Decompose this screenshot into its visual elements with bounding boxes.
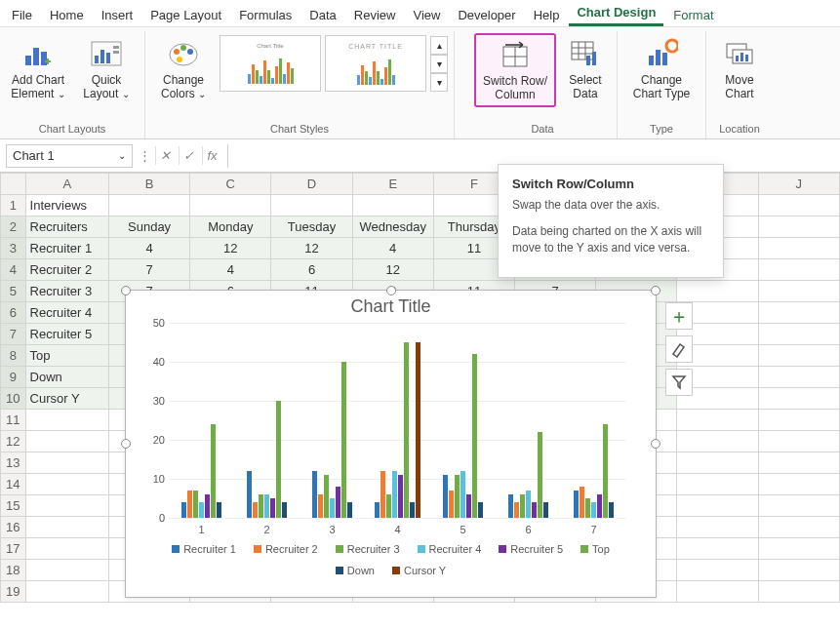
resize-handle[interactable] xyxy=(121,286,131,295)
tab-home[interactable]: Home xyxy=(42,4,92,26)
add-chart-element-button[interactable]: Add Chart Element ⌄ xyxy=(6,33,70,105)
resize-handle[interactable] xyxy=(651,439,660,449)
cell[interactable] xyxy=(677,281,758,302)
cell[interactable] xyxy=(25,517,108,538)
chart-style-thumb-1[interactable]: Chart Title xyxy=(220,35,321,92)
cell[interactable] xyxy=(758,495,839,517)
cell[interactable]: 12 xyxy=(190,238,271,259)
tab-page-layout[interactable]: Page Layout xyxy=(142,4,229,26)
cell[interactable] xyxy=(25,474,108,495)
gallery-down-button[interactable]: ▾ xyxy=(430,55,448,73)
cell[interactable]: Monday xyxy=(190,216,271,238)
tab-review[interactable]: Review xyxy=(346,4,404,26)
cell[interactable] xyxy=(758,238,839,259)
cell[interactable]: 6 xyxy=(271,259,352,281)
cell[interactable]: Recruiter 3 xyxy=(25,281,108,302)
cell[interactable]: Wednesday xyxy=(352,216,433,238)
row-header[interactable]: 16 xyxy=(1,517,26,538)
cell[interactable]: Tuesday xyxy=(271,216,352,238)
gallery-more-button[interactable]: ▾ xyxy=(430,73,448,92)
col-header-e[interactable]: E xyxy=(352,174,433,195)
tab-view[interactable]: View xyxy=(405,4,448,26)
cell[interactable] xyxy=(758,195,839,216)
cell[interactable]: Recruiter 4 xyxy=(25,302,108,324)
cell[interactable]: Interviews xyxy=(25,195,108,216)
cancel-formula-button[interactable]: ✕ xyxy=(155,146,175,165)
row-header[interactable]: 1 xyxy=(1,195,26,216)
row-header[interactable]: 19 xyxy=(1,581,26,603)
cell[interactable] xyxy=(758,259,839,281)
row-header[interactable]: 8 xyxy=(1,345,26,367)
cell[interactable] xyxy=(25,581,108,603)
cell[interactable]: Top xyxy=(25,345,108,367)
row-header[interactable]: 17 xyxy=(1,538,26,560)
cell[interactable] xyxy=(677,560,758,581)
cell[interactable] xyxy=(758,367,839,388)
cell[interactable]: Recruiters xyxy=(25,216,108,238)
row-header[interactable]: 4 xyxy=(1,259,26,281)
cell[interactable]: 4 xyxy=(190,259,271,281)
cell[interactable] xyxy=(677,517,758,538)
row-header[interactable]: 2 xyxy=(1,216,26,238)
cell[interactable] xyxy=(25,431,108,452)
resize-handle[interactable] xyxy=(386,286,396,295)
row-header[interactable]: 12 xyxy=(1,431,26,452)
fx-button[interactable]: fx xyxy=(202,146,221,165)
col-header-j[interactable]: J xyxy=(758,174,839,195)
chart-plot-area[interactable]: 010203040501234567 xyxy=(169,323,626,518)
cell[interactable] xyxy=(677,538,758,560)
cell[interactable] xyxy=(758,452,839,474)
tab-chart-design[interactable]: Chart Design xyxy=(569,1,663,26)
cell[interactable]: 4 xyxy=(108,238,189,259)
cell[interactable] xyxy=(25,495,108,517)
row-header[interactable]: 9 xyxy=(1,367,26,388)
cell[interactable] xyxy=(190,195,271,216)
change-chart-type-button[interactable]: Change Chart Type xyxy=(623,33,700,105)
resize-handle[interactable] xyxy=(121,439,131,449)
cell[interactable] xyxy=(758,560,839,581)
cell[interactable] xyxy=(25,410,108,431)
cell[interactable]: Recruiter 5 xyxy=(25,324,108,345)
cell[interactable] xyxy=(758,581,839,603)
row-header[interactable]: 6 xyxy=(1,302,26,324)
row-header[interactable]: 5 xyxy=(1,281,26,302)
cell[interactable] xyxy=(677,452,758,474)
select-data-button[interactable]: Select Data xyxy=(560,33,611,105)
row-header[interactable]: 13 xyxy=(1,452,26,474)
cell[interactable]: Recruiter 2 xyxy=(25,259,108,281)
cell[interactable] xyxy=(758,538,839,560)
cell[interactable] xyxy=(108,195,189,216)
cell[interactable]: Recruiter 1 xyxy=(25,238,108,259)
resize-handle[interactable] xyxy=(651,286,660,295)
select-all-corner[interactable] xyxy=(1,174,26,195)
row-header[interactable]: 10 xyxy=(1,388,26,410)
accept-formula-button[interactable]: ✓ xyxy=(179,146,198,165)
cell[interactable] xyxy=(758,410,839,431)
name-box[interactable]: Chart 1 ⌄ xyxy=(6,144,133,168)
cell[interactable] xyxy=(758,474,839,495)
vdots-icon[interactable]: ⋮ xyxy=(139,148,151,163)
cell[interactable] xyxy=(677,581,758,603)
tab-developer[interactable]: Developer xyxy=(450,4,523,26)
cell[interactable] xyxy=(758,216,839,238)
cell[interactable] xyxy=(677,410,758,431)
quick-layout-button[interactable]: Quick Layout ⌄ xyxy=(74,33,139,105)
cell[interactable] xyxy=(758,388,839,410)
cell[interactable]: 12 xyxy=(352,259,433,281)
row-header[interactable]: 11 xyxy=(1,410,26,431)
cell[interactable] xyxy=(758,281,839,302)
tab-file[interactable]: File xyxy=(4,4,40,26)
cell[interactable] xyxy=(758,431,839,452)
col-header-b[interactable]: B xyxy=(108,174,189,195)
tab-format[interactable]: Format xyxy=(665,4,721,26)
row-header[interactable]: 7 xyxy=(1,324,26,345)
chart-filters-button[interactable] xyxy=(665,369,693,396)
cell[interactable] xyxy=(677,431,758,452)
col-header-a[interactable]: A xyxy=(25,174,108,195)
chart-style-thumb-2[interactable]: CHART TITLE xyxy=(325,35,426,92)
chart-styles-button[interactable] xyxy=(665,335,693,363)
tab-help[interactable]: Help xyxy=(526,4,568,26)
cell[interactable]: 7 xyxy=(108,259,189,281)
cell[interactable] xyxy=(25,452,108,474)
embedded-chart[interactable]: ＋ Chart Title 010203040501234567 Recruit… xyxy=(125,290,657,598)
